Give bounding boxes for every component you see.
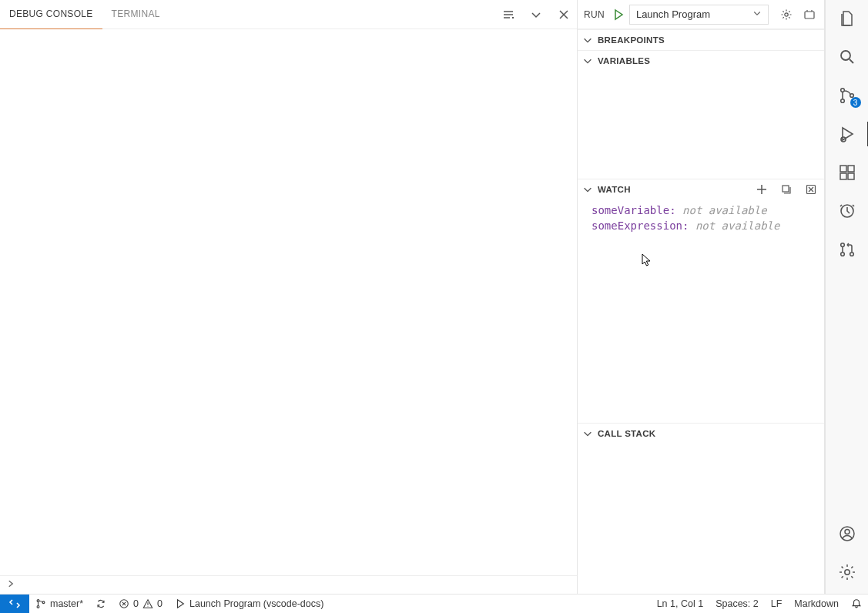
sync-status[interactable]	[89, 595, 112, 613]
section-watch-header[interactable]: WATCH	[578, 179, 824, 199]
git-branch-name: master*	[50, 598, 83, 609]
warnings-count: 0	[157, 598, 163, 609]
svg-point-20	[37, 600, 39, 602]
run-debug-icon[interactable]	[836, 123, 858, 145]
chevron-down-icon	[582, 35, 593, 45]
timeline-icon[interactable]	[836, 200, 858, 222]
run-toolbar: RUN Launch Program	[578, 0, 824, 29]
activity-bar: 3	[825, 0, 868, 594]
gear-icon[interactable]	[778, 6, 795, 23]
launch-config-select[interactable]: Launch Program	[629, 5, 769, 25]
chevron-down-icon	[582, 55, 593, 66]
language-mode-status[interactable]: Markdown	[788, 595, 845, 613]
git-branch-status[interactable]: master*	[29, 595, 89, 613]
svg-rect-1	[805, 12, 814, 18]
svg-rect-12	[848, 173, 854, 179]
svg-rect-2	[783, 186, 789, 192]
variables-body	[578, 71, 824, 179]
section-breakpoints-header[interactable]: BREAKPOINTS	[578, 30, 824, 50]
explorer-icon[interactable]	[836, 8, 858, 29]
tab-debug-console[interactable]: DEBUG CONSOLE	[0, 0, 102, 29]
close-panel-icon[interactable]	[555, 6, 572, 23]
debug-target-status[interactable]: Launch Program (vscode-docs)	[169, 595, 330, 613]
svg-point-16	[850, 253, 853, 256]
watch-item[interactable]: someVariable: not available	[578, 203, 824, 218]
add-watch-icon[interactable]	[753, 181, 770, 198]
section-variables-header[interactable]: VARIABLES	[578, 51, 824, 71]
chevron-down-icon	[582, 184, 593, 195]
svg-point-5	[840, 89, 844, 92]
svg-point-4	[841, 51, 850, 60]
search-icon[interactable]	[836, 46, 858, 68]
launch-config-name: Launch Program	[636, 8, 710, 20]
eol-status[interactable]: LF	[765, 595, 789, 613]
errors-count: 0	[133, 598, 139, 609]
clear-console-icon[interactable]	[500, 6, 517, 23]
svg-rect-9	[840, 166, 846, 172]
panel-tabs: DEBUG CONSOLE TERMINAL	[0, 0, 577, 29]
watch-expression-name: someVariable	[592, 204, 669, 216]
section-callstack-header[interactable]: CALL STACK	[578, 424, 824, 444]
debug-console-input[interactable]	[0, 575, 577, 594]
settings-gear-icon[interactable]	[836, 561, 858, 583]
svg-point-19	[844, 570, 849, 574]
watch-expression-name: someExpression	[592, 219, 682, 232]
section-watch-title: WATCH	[598, 185, 631, 194]
extensions-icon[interactable]	[836, 162, 858, 183]
section-callstack-title: CALL STACK	[598, 429, 655, 438]
accounts-icon[interactable]	[836, 523, 858, 544]
chevron-down-icon	[752, 8, 762, 20]
watch-item[interactable]: someExpression: not available	[578, 218, 824, 233]
problems-status[interactable]: 0 0	[112, 595, 169, 613]
cursor-position-status[interactable]: Ln 1, Col 1	[651, 595, 709, 613]
section-variables-title: VARIABLES	[598, 56, 650, 65]
svg-rect-10	[848, 166, 854, 172]
svg-point-15	[840, 253, 844, 256]
watch-expression-value: not available	[695, 219, 780, 232]
tab-terminal[interactable]: TERMINAL	[102, 0, 169, 29]
callstack-body	[578, 444, 824, 594]
chevron-right-icon	[6, 579, 15, 591]
watch-body: someVariable: not available someExpressi…	[578, 199, 824, 423]
run-label: RUN	[584, 9, 605, 20]
status-bar: master* 0 0 Launch Program (vscode-docs)…	[0, 594, 868, 613]
svg-point-18	[845, 530, 850, 534]
remove-all-watch-icon[interactable]	[803, 181, 819, 198]
collapse-all-icon[interactable]	[778, 181, 795, 198]
source-control-icon[interactable]: 3	[836, 85, 858, 106]
remote-indicator[interactable]	[0, 595, 29, 613]
debug-target-name: Launch Program (vscode-docs)	[189, 598, 323, 609]
pull-requests-icon[interactable]	[836, 239, 858, 260]
chevron-down-icon[interactable]	[528, 6, 545, 23]
chevron-down-icon	[582, 428, 593, 439]
svg-point-0	[785, 12, 788, 15]
debug-console-toggle-icon[interactable]	[801, 6, 818, 23]
section-breakpoints-title: BREAKPOINTS	[598, 35, 665, 45]
debug-console-output	[0, 29, 577, 575]
scm-badge: 3	[850, 97, 861, 108]
svg-point-21	[37, 606, 39, 608]
svg-point-6	[840, 99, 844, 103]
notifications-icon[interactable]	[845, 595, 868, 613]
watch-expression-value: not available	[682, 204, 767, 216]
start-debug-button[interactable]	[612, 8, 625, 21]
svg-rect-11	[840, 173, 846, 179]
indentation-status[interactable]: Spaces: 2	[709, 595, 765, 613]
svg-point-14	[840, 243, 844, 247]
